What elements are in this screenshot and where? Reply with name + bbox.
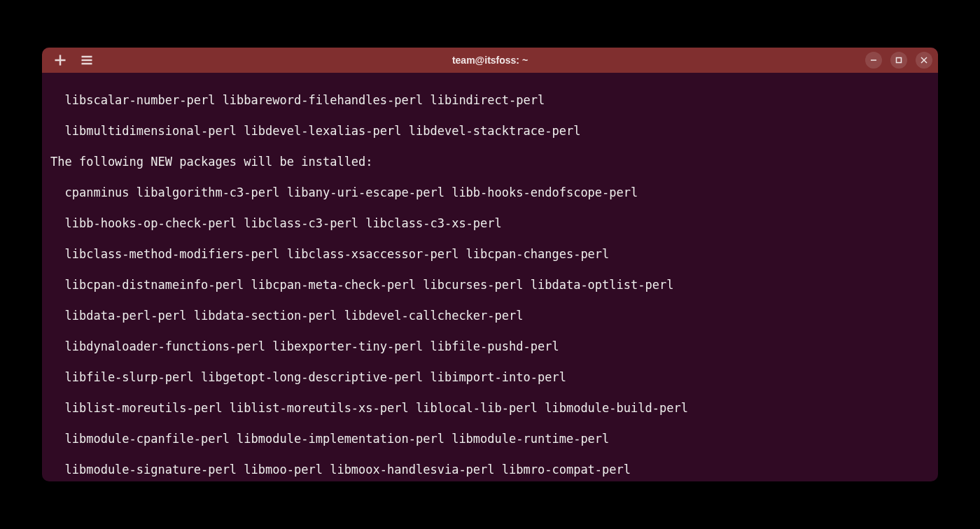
svg-rect-6 bbox=[897, 58, 902, 63]
terminal-line: libmodule-cpanfile-perl libmodule-implem… bbox=[50, 431, 930, 446]
menu-icon[interactable] bbox=[80, 53, 94, 67]
terminal-line: The following NEW packages will be insta… bbox=[50, 154, 930, 169]
terminal-line: libdata-perl-perl libdata-section-perl l… bbox=[50, 308, 930, 323]
terminal-window: team@itsfoss: ~ libscalar-number-perl li… bbox=[42, 48, 938, 481]
terminal-output[interactable]: libscalar-number-perl libbareword-fileha… bbox=[42, 73, 938, 481]
terminal-line: libmodule-signature-perl libmoo-perl lib… bbox=[50, 462, 930, 477]
new-tab-icon[interactable] bbox=[53, 53, 67, 67]
terminal-line: libfile-slurp-perl libgetopt-long-descri… bbox=[50, 369, 930, 385]
terminal-line: libcpan-distnameinfo-perl libcpan-meta-c… bbox=[50, 277, 930, 292]
maximize-button[interactable] bbox=[890, 52, 907, 69]
minimize-button[interactable] bbox=[865, 52, 882, 69]
terminal-line: libdynaloader-functions-perl libexporter… bbox=[50, 339, 930, 354]
terminal-line: libscalar-number-perl libbareword-fileha… bbox=[50, 92, 930, 108]
window-controls bbox=[865, 52, 932, 69]
titlebar: team@itsfoss: ~ bbox=[42, 48, 938, 73]
terminal-line: libmultidimensional-perl libdevel-lexali… bbox=[50, 123, 930, 139]
terminal-line: libclass-method-modifiers-perl libclass-… bbox=[50, 246, 930, 262]
titlebar-left bbox=[48, 53, 94, 67]
terminal-line: libb-hooks-op-check-perl libclass-c3-per… bbox=[50, 216, 930, 231]
terminal-line: liblist-moreutils-perl liblist-moreutils… bbox=[50, 400, 930, 416]
window-title: team@itsfoss: ~ bbox=[452, 55, 528, 66]
close-button[interactable] bbox=[916, 52, 932, 69]
terminal-line: cpanminus libalgorithm-c3-perl libany-ur… bbox=[50, 185, 930, 200]
